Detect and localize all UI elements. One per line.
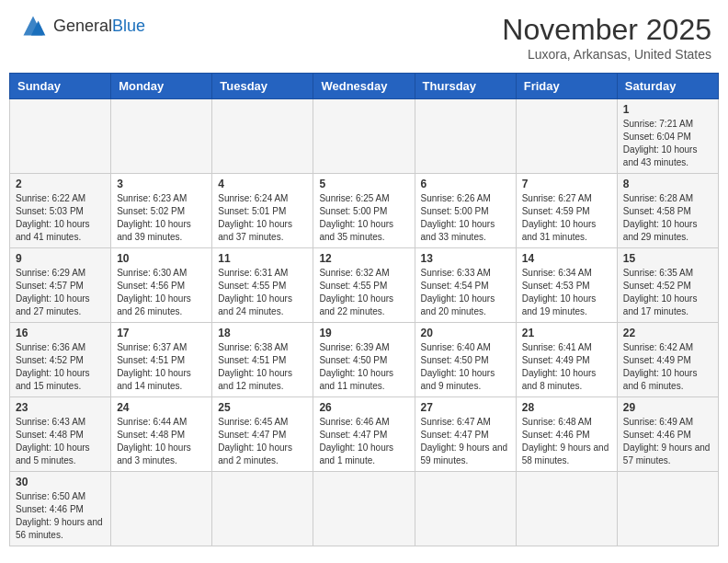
day-info: Sunrise: 6:37 AM Sunset: 4:51 PM Dayligh… <box>117 341 206 393</box>
calendar-cell: 2Sunrise: 6:22 AM Sunset: 5:03 PM Daylig… <box>10 174 111 248</box>
col-header-friday: Friday <box>516 74 617 99</box>
logo: GeneralBlue <box>17 13 145 39</box>
day-info: Sunrise: 6:38 AM Sunset: 4:51 PM Dayligh… <box>218 341 307 393</box>
day-number: 30 <box>16 476 105 488</box>
day-info: Sunrise: 6:22 AM Sunset: 5:03 PM Dayligh… <box>16 192 105 244</box>
day-number: 26 <box>319 401 408 414</box>
calendar-cell: 6Sunrise: 6:26 AM Sunset: 5:00 PM Daylig… <box>415 174 516 248</box>
calendar-cell: 28Sunrise: 6:48 AM Sunset: 4:46 PM Dayli… <box>516 397 617 472</box>
logo-icon <box>17 13 50 39</box>
calendar-cell: 20Sunrise: 6:40 AM Sunset: 4:50 PM Dayli… <box>415 323 516 397</box>
day-number: 17 <box>117 327 206 339</box>
calendar-cell: 16Sunrise: 6:36 AM Sunset: 4:52 PM Dayli… <box>10 323 111 397</box>
calendar-cell: 24Sunrise: 6:44 AM Sunset: 4:48 PM Dayli… <box>111 397 212 472</box>
calendar-cell: 12Sunrise: 6:32 AM Sunset: 4:55 PM Dayli… <box>313 248 415 323</box>
calendar-cell <box>111 472 212 546</box>
day-info: Sunrise: 6:28 AM Sunset: 4:58 PM Dayligh… <box>623 192 712 244</box>
day-info: Sunrise: 6:49 AM Sunset: 4:46 PM Dayligh… <box>623 416 712 467</box>
day-number: 8 <box>623 178 712 190</box>
col-header-sunday: Sunday <box>10 74 111 99</box>
day-info: Sunrise: 6:26 AM Sunset: 5:00 PM Dayligh… <box>421 192 510 244</box>
calendar-cell: 11Sunrise: 6:31 AM Sunset: 4:55 PM Dayli… <box>212 248 313 323</box>
day-number: 9 <box>16 252 105 265</box>
day-number: 12 <box>319 252 408 265</box>
calendar-cell <box>516 99 617 174</box>
day-number: 5 <box>319 178 408 190</box>
day-number: 6 <box>421 178 510 190</box>
calendar-cell: 26Sunrise: 6:46 AM Sunset: 4:47 PM Dayli… <box>313 397 415 472</box>
day-number: 15 <box>623 252 712 265</box>
col-header-saturday: Saturday <box>617 74 718 99</box>
day-number: 27 <box>421 401 510 414</box>
day-info: Sunrise: 6:43 AM Sunset: 4:48 PM Dayligh… <box>16 416 105 467</box>
day-info: Sunrise: 6:50 AM Sunset: 4:46 PM Dayligh… <box>16 490 105 542</box>
day-number: 1 <box>623 103 712 116</box>
day-info: Sunrise: 7:21 AM Sunset: 6:04 PM Dayligh… <box>623 118 712 169</box>
day-info: Sunrise: 6:31 AM Sunset: 4:55 PM Dayligh… <box>218 267 307 318</box>
day-number: 7 <box>522 178 611 190</box>
page-header: GeneralBlue November 2025 Luxora, Arkans… <box>9 9 719 65</box>
day-info: Sunrise: 6:33 AM Sunset: 4:54 PM Dayligh… <box>421 267 510 318</box>
calendar-cell <box>10 99 111 174</box>
calendar-cell: 15Sunrise: 6:35 AM Sunset: 4:52 PM Dayli… <box>617 248 718 323</box>
day-number: 3 <box>117 178 206 190</box>
calendar-week-row: 2Sunrise: 6:22 AM Sunset: 5:03 PM Daylig… <box>10 174 719 248</box>
day-number: 25 <box>218 401 307 414</box>
col-header-monday: Monday <box>111 74 212 99</box>
month-title: November 2025 <box>502 13 711 47</box>
title-block: November 2025 Luxora, Arkansas, United S… <box>502 13 711 62</box>
day-number: 16 <box>16 327 105 339</box>
day-info: Sunrise: 6:45 AM Sunset: 4:47 PM Dayligh… <box>218 416 307 467</box>
day-info: Sunrise: 6:30 AM Sunset: 4:56 PM Dayligh… <box>117 267 206 318</box>
day-number: 11 <box>218 252 307 265</box>
calendar-table: SundayMondayTuesdayWednesdayThursdayFrid… <box>9 73 719 546</box>
day-number: 24 <box>117 401 206 414</box>
day-number: 29 <box>623 401 712 414</box>
calendar-week-row: 16Sunrise: 6:36 AM Sunset: 4:52 PM Dayli… <box>10 323 719 397</box>
calendar-week-row: 23Sunrise: 6:43 AM Sunset: 4:48 PM Dayli… <box>10 397 719 472</box>
day-info: Sunrise: 6:29 AM Sunset: 4:57 PM Dayligh… <box>16 267 105 318</box>
calendar-cell: 1Sunrise: 7:21 AM Sunset: 6:04 PM Daylig… <box>617 99 718 174</box>
calendar-cell: 29Sunrise: 6:49 AM Sunset: 4:46 PM Dayli… <box>617 397 718 472</box>
calendar-cell: 4Sunrise: 6:24 AM Sunset: 5:01 PM Daylig… <box>212 174 313 248</box>
day-number: 18 <box>218 327 307 339</box>
calendar-cell <box>111 99 212 174</box>
calendar-cell <box>212 472 313 546</box>
location-subtitle: Luxora, Arkansas, United States <box>502 47 711 62</box>
logo-text: GeneralBlue <box>53 17 145 35</box>
calendar-cell <box>415 99 516 174</box>
calendar-cell: 3Sunrise: 6:23 AM Sunset: 5:02 PM Daylig… <box>111 174 212 248</box>
calendar-cell: 30Sunrise: 6:50 AM Sunset: 4:46 PM Dayli… <box>10 472 111 546</box>
calendar-cell: 8Sunrise: 6:28 AM Sunset: 4:58 PM Daylig… <box>617 174 718 248</box>
day-info: Sunrise: 6:23 AM Sunset: 5:02 PM Dayligh… <box>117 192 206 244</box>
day-number: 28 <box>522 401 611 414</box>
calendar-week-row: 1Sunrise: 7:21 AM Sunset: 6:04 PM Daylig… <box>10 99 719 174</box>
calendar-cell: 13Sunrise: 6:33 AM Sunset: 4:54 PM Dayli… <box>415 248 516 323</box>
day-number: 20 <box>421 327 510 339</box>
col-header-tuesday: Tuesday <box>212 74 313 99</box>
day-number: 21 <box>522 327 611 339</box>
day-info: Sunrise: 6:24 AM Sunset: 5:01 PM Dayligh… <box>218 192 307 244</box>
day-info: Sunrise: 6:39 AM Sunset: 4:50 PM Dayligh… <box>319 341 408 393</box>
calendar-cell: 19Sunrise: 6:39 AM Sunset: 4:50 PM Dayli… <box>313 323 415 397</box>
day-info: Sunrise: 6:34 AM Sunset: 4:53 PM Dayligh… <box>522 267 611 318</box>
day-info: Sunrise: 6:25 AM Sunset: 5:00 PM Dayligh… <box>319 192 408 244</box>
day-info: Sunrise: 6:46 AM Sunset: 4:47 PM Dayligh… <box>319 416 408 467</box>
day-number: 23 <box>16 401 105 414</box>
day-info: Sunrise: 6:36 AM Sunset: 4:52 PM Dayligh… <box>16 341 105 393</box>
day-number: 10 <box>117 252 206 265</box>
calendar-cell: 25Sunrise: 6:45 AM Sunset: 4:47 PM Dayli… <box>212 397 313 472</box>
calendar-header-row: SundayMondayTuesdayWednesdayThursdayFrid… <box>10 74 719 99</box>
day-info: Sunrise: 6:27 AM Sunset: 4:59 PM Dayligh… <box>522 192 611 244</box>
calendar-cell <box>212 99 313 174</box>
calendar-cell: 23Sunrise: 6:43 AM Sunset: 4:48 PM Dayli… <box>10 397 111 472</box>
calendar-cell: 14Sunrise: 6:34 AM Sunset: 4:53 PM Dayli… <box>516 248 617 323</box>
day-info: Sunrise: 6:32 AM Sunset: 4:55 PM Dayligh… <box>319 267 408 318</box>
col-header-wednesday: Wednesday <box>313 74 415 99</box>
calendar-week-row: 30Sunrise: 6:50 AM Sunset: 4:46 PM Dayli… <box>10 472 719 546</box>
day-info: Sunrise: 6:48 AM Sunset: 4:46 PM Dayligh… <box>522 416 611 467</box>
calendar-cell: 27Sunrise: 6:47 AM Sunset: 4:47 PM Dayli… <box>415 397 516 472</box>
col-header-thursday: Thursday <box>415 74 516 99</box>
day-number: 22 <box>623 327 712 339</box>
day-info: Sunrise: 6:35 AM Sunset: 4:52 PM Dayligh… <box>623 267 712 318</box>
